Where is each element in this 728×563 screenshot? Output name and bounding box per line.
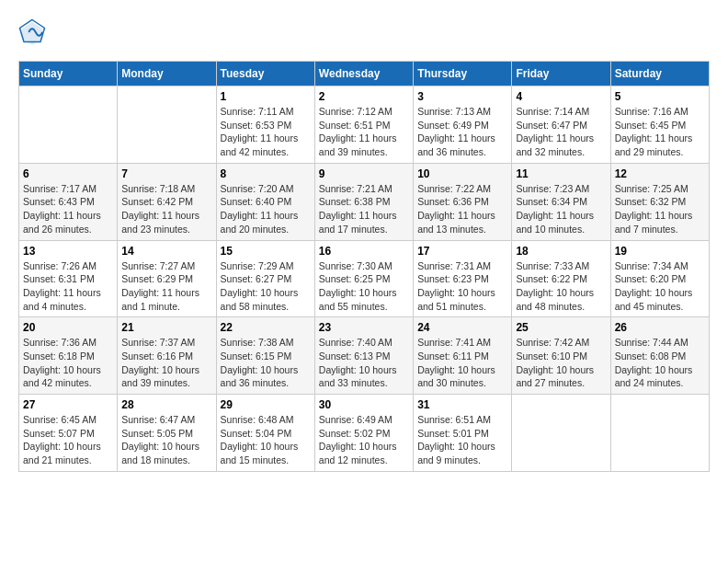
calendar-cell: 9Sunrise: 7:21 AM Sunset: 6:38 PM Daylig… (314, 163, 413, 240)
day-number: 5 (615, 90, 705, 103)
day-info: Sunrise: 7:34 AM Sunset: 6:20 PM Dayligh… (615, 259, 705, 314)
calendar-cell: 12Sunrise: 7:25 AM Sunset: 6:32 PM Dayli… (610, 163, 709, 240)
calendar-cell: 24Sunrise: 7:41 AM Sunset: 6:11 PM Dayli… (414, 317, 512, 395)
day-info: Sunrise: 7:33 AM Sunset: 6:22 PM Dayligh… (516, 259, 606, 314)
calendar-cell: 28Sunrise: 6:47 AM Sunset: 5:05 PM Dayli… (118, 395, 216, 472)
day-info: Sunrise: 7:16 AM Sunset: 6:45 PM Dayligh… (615, 105, 705, 159)
calendar-cell: 20Sunrise: 7:36 AM Sunset: 6:18 PM Dayli… (19, 317, 118, 395)
day-number: 28 (121, 398, 211, 411)
calendar-header-tuesday: Tuesday (216, 62, 314, 86)
calendar-cell (118, 86, 216, 164)
calendar-cell: 13Sunrise: 7:26 AM Sunset: 6:31 PM Dayli… (19, 240, 118, 317)
calendar-cell: 5Sunrise: 7:16 AM Sunset: 6:45 PM Daylig… (610, 86, 709, 164)
day-number: 6 (23, 167, 113, 180)
calendar-header-saturday: Saturday (610, 62, 709, 86)
calendar-week-row: 6Sunrise: 7:17 AM Sunset: 6:43 PM Daylig… (19, 163, 710, 240)
day-number: 25 (516, 321, 606, 334)
calendar-cell: 14Sunrise: 7:27 AM Sunset: 6:29 PM Dayli… (118, 240, 216, 317)
day-number: 11 (516, 167, 606, 180)
day-info: Sunrise: 7:38 AM Sunset: 6:15 PM Dayligh… (221, 336, 311, 390)
day-number: 8 (221, 167, 311, 180)
day-info: Sunrise: 7:17 AM Sunset: 6:43 PM Dayligh… (23, 182, 113, 236)
calendar-cell: 6Sunrise: 7:17 AM Sunset: 6:43 PM Daylig… (19, 163, 118, 240)
calendar-cell: 31Sunrise: 6:51 AM Sunset: 5:01 PM Dayli… (414, 395, 512, 472)
day-number: 14 (121, 245, 211, 258)
calendar-cell: 15Sunrise: 7:29 AM Sunset: 6:27 PM Dayli… (216, 240, 314, 317)
day-number: 2 (319, 90, 409, 103)
calendar-cell: 7Sunrise: 7:18 AM Sunset: 6:42 PM Daylig… (118, 163, 216, 240)
day-number: 31 (417, 398, 507, 411)
logo (18, 18, 50, 46)
calendar-header-monday: Monday (118, 62, 216, 86)
day-info: Sunrise: 7:21 AM Sunset: 6:38 PM Dayligh… (319, 182, 409, 236)
day-number: 7 (121, 167, 211, 180)
calendar-cell: 10Sunrise: 7:22 AM Sunset: 6:36 PM Dayli… (414, 163, 512, 240)
day-number: 3 (417, 90, 507, 103)
day-info: Sunrise: 6:45 AM Sunset: 5:07 PM Dayligh… (23, 413, 113, 467)
calendar-header-wednesday: Wednesday (314, 62, 413, 86)
calendar-cell: 23Sunrise: 7:40 AM Sunset: 6:13 PM Dayli… (314, 317, 413, 395)
day-number: 17 (417, 245, 507, 258)
day-info: Sunrise: 7:13 AM Sunset: 6:49 PM Dayligh… (417, 105, 507, 159)
day-number: 24 (417, 321, 507, 334)
calendar-cell: 16Sunrise: 7:30 AM Sunset: 6:25 PM Dayli… (314, 240, 413, 317)
calendar-header-row: SundayMondayTuesdayWednesdayThursdayFrid… (19, 62, 710, 86)
day-number: 9 (319, 167, 409, 180)
day-info: Sunrise: 7:40 AM Sunset: 6:13 PM Dayligh… (319, 336, 409, 390)
day-number: 15 (221, 245, 311, 258)
calendar-cell: 17Sunrise: 7:31 AM Sunset: 6:23 PM Dayli… (414, 240, 512, 317)
day-info: Sunrise: 7:37 AM Sunset: 6:16 PM Dayligh… (121, 336, 211, 390)
day-info: Sunrise: 6:48 AM Sunset: 5:04 PM Dayligh… (221, 413, 311, 467)
calendar-cell: 22Sunrise: 7:38 AM Sunset: 6:15 PM Dayli… (216, 317, 314, 395)
day-info: Sunrise: 6:51 AM Sunset: 5:01 PM Dayligh… (417, 413, 507, 467)
page-header (18, 18, 710, 46)
day-number: 16 (319, 245, 409, 258)
day-info: Sunrise: 7:29 AM Sunset: 6:27 PM Dayligh… (221, 259, 311, 314)
calendar-cell (610, 395, 709, 472)
calendar-cell (19, 86, 118, 164)
day-info: Sunrise: 6:49 AM Sunset: 5:02 PM Dayligh… (319, 413, 409, 467)
day-info: Sunrise: 7:26 AM Sunset: 6:31 PM Dayligh… (23, 259, 113, 314)
day-info: Sunrise: 7:20 AM Sunset: 6:40 PM Dayligh… (221, 182, 311, 236)
day-number: 29 (221, 398, 311, 411)
day-number: 20 (23, 321, 113, 334)
calendar-header-thursday: Thursday (414, 62, 512, 86)
day-info: Sunrise: 7:12 AM Sunset: 6:51 PM Dayligh… (319, 105, 409, 159)
calendar-week-row: 13Sunrise: 7:26 AM Sunset: 6:31 PM Dayli… (19, 240, 710, 317)
day-number: 12 (615, 167, 705, 180)
day-number: 1 (221, 90, 311, 103)
day-info: Sunrise: 7:42 AM Sunset: 6:10 PM Dayligh… (516, 336, 606, 390)
calendar-cell: 18Sunrise: 7:33 AM Sunset: 6:22 PM Dayli… (512, 240, 610, 317)
day-info: Sunrise: 7:18 AM Sunset: 6:42 PM Dayligh… (121, 182, 211, 236)
calendar-cell (512, 395, 610, 472)
day-number: 27 (23, 398, 113, 411)
day-info: Sunrise: 7:31 AM Sunset: 6:23 PM Dayligh… (417, 259, 507, 314)
day-info: Sunrise: 7:41 AM Sunset: 6:11 PM Dayligh… (417, 336, 507, 390)
day-info: Sunrise: 7:27 AM Sunset: 6:29 PM Dayligh… (121, 259, 211, 314)
calendar-cell: 26Sunrise: 7:44 AM Sunset: 6:08 PM Dayli… (610, 317, 709, 395)
calendar-cell: 4Sunrise: 7:14 AM Sunset: 6:47 PM Daylig… (512, 86, 610, 164)
calendar-cell: 8Sunrise: 7:20 AM Sunset: 6:40 PM Daylig… (216, 163, 314, 240)
calendar-cell: 19Sunrise: 7:34 AM Sunset: 6:20 PM Dayli… (610, 240, 709, 317)
calendar-cell: 27Sunrise: 6:45 AM Sunset: 5:07 PM Dayli… (19, 395, 118, 472)
calendar-cell: 11Sunrise: 7:23 AM Sunset: 6:34 PM Dayli… (512, 163, 610, 240)
day-info: Sunrise: 7:30 AM Sunset: 6:25 PM Dayligh… (319, 259, 409, 314)
day-info: Sunrise: 6:47 AM Sunset: 5:05 PM Dayligh… (121, 413, 211, 467)
day-number: 4 (516, 90, 606, 103)
calendar-cell: 1Sunrise: 7:11 AM Sunset: 6:53 PM Daylig… (216, 86, 314, 164)
day-number: 13 (23, 245, 113, 258)
day-info: Sunrise: 7:14 AM Sunset: 6:47 PM Dayligh… (516, 105, 606, 159)
calendar-week-row: 1Sunrise: 7:11 AM Sunset: 6:53 PM Daylig… (19, 86, 710, 164)
day-number: 26 (615, 321, 705, 334)
day-info: Sunrise: 7:23 AM Sunset: 6:34 PM Dayligh… (516, 182, 606, 236)
day-number: 22 (221, 321, 311, 334)
calendar-header-sunday: Sunday (19, 62, 118, 86)
day-info: Sunrise: 7:22 AM Sunset: 6:36 PM Dayligh… (417, 182, 507, 236)
day-info: Sunrise: 7:11 AM Sunset: 6:53 PM Dayligh… (221, 105, 311, 159)
logo-icon (18, 18, 46, 46)
day-number: 30 (319, 398, 409, 411)
day-number: 23 (319, 321, 409, 334)
calendar-cell: 21Sunrise: 7:37 AM Sunset: 6:16 PM Dayli… (118, 317, 216, 395)
calendar-week-row: 27Sunrise: 6:45 AM Sunset: 5:07 PM Dayli… (19, 395, 710, 472)
calendar-cell: 25Sunrise: 7:42 AM Sunset: 6:10 PM Dayli… (512, 317, 610, 395)
